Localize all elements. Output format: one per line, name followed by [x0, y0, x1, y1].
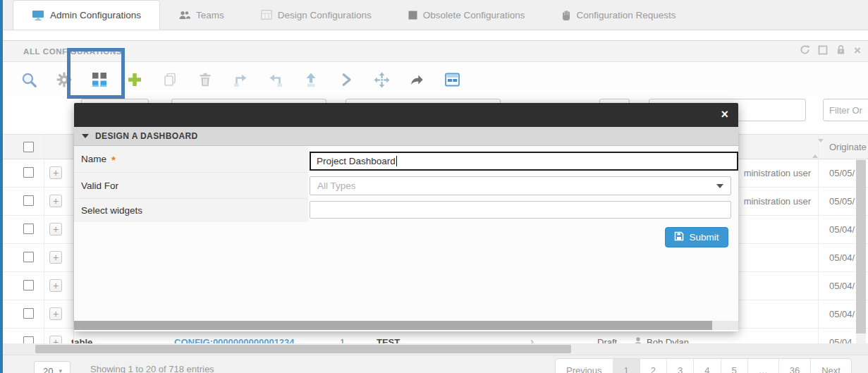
caret-down-icon — [716, 184, 723, 188]
row-checkbox[interactable] — [23, 224, 34, 234]
column-divider — [44, 134, 44, 344]
panel-header: ALL CONFIGURATIONS × — [3, 40, 868, 62]
monitor-icon — [32, 10, 44, 21]
select-widgets-label-cell: Select widgets — [74, 199, 308, 222]
delete-icon[interactable] — [196, 71, 214, 89]
date-cell: 05/04/ — [829, 252, 855, 263]
upload-icon[interactable] — [302, 71, 320, 89]
tab-configuration-requests[interactable]: Configuration Requests — [544, 0, 695, 30]
hand-icon — [562, 10, 571, 20]
name-input[interactable]: Project Dashboard — [310, 152, 738, 171]
valid-for-select[interactable]: All Types — [310, 176, 731, 195]
name-input-value: Project Dashboard — [317, 156, 396, 166]
originator-cell: ministration user — [736, 168, 811, 178]
horizontal-scrollbar-thumb[interactable] — [35, 345, 571, 353]
toolbar — [3, 62, 868, 97]
select-all-checkbox[interactable] — [23, 142, 34, 152]
date-cell: 05/04/ — [829, 281, 855, 291]
page-size-value: 20 — [43, 366, 53, 373]
column-divider — [818, 134, 819, 344]
pagination-next[interactable]: Next — [810, 359, 851, 373]
app-window: Admin Configurations Teams Design Config… — [0, 0, 868, 373]
row-checkbox[interactable] — [23, 195, 34, 206]
pagination-page-2[interactable]: 2 — [640, 359, 666, 373]
sort-icon[interactable] — [812, 142, 818, 155]
tab-label: Design Configurations — [278, 10, 372, 20]
design-dashboard-modal: × DESIGN A DASHBOARD Name * Valid For Se… — [74, 103, 738, 331]
tab-design-configurations[interactable]: Design Configurations — [243, 0, 390, 30]
action-highlight-box — [67, 48, 125, 99]
expand-plus-icon[interactable]: + — [49, 195, 62, 207]
pagination-previous[interactable]: Previous — [556, 359, 613, 373]
pagination: Previous 1 2 3 4 5 … 36 Next — [555, 358, 852, 373]
forward-icon[interactable] — [408, 71, 426, 89]
pagination-page-3[interactable]: 3 — [666, 359, 693, 373]
required-asterisk: * — [111, 154, 116, 166]
search-icon[interactable] — [20, 71, 38, 89]
row-checkbox[interactable] — [23, 252, 34, 262]
expand-plus-icon[interactable]: + — [49, 307, 62, 320]
caret-down-icon: ▾ — [59, 367, 62, 373]
move-icon[interactable] — [372, 71, 391, 89]
expand-icon[interactable] — [337, 71, 355, 89]
pagination-ellipsis: … — [747, 359, 778, 373]
pagination-page-4[interactable]: 4 — [693, 359, 720, 373]
tab-obsolete-configurations[interactable]: Obsolete Configurations — [390, 0, 544, 30]
valid-for-label: Valid For — [81, 181, 118, 191]
panel-window-controls: × — [800, 44, 861, 58]
tab-teams[interactable]: Teams — [160, 0, 243, 30]
expand-plus-icon[interactable]: + — [49, 251, 62, 264]
modal-section-title: DESIGN A DASHBOARD — [95, 131, 198, 141]
date-cell: 05/05/ — [829, 168, 855, 178]
restore-icon[interactable] — [818, 45, 828, 58]
select-widgets-label: Select widgets — [81, 205, 142, 216]
expand-plus-icon[interactable]: + — [49, 223, 62, 236]
modal-scrollbar-thumb[interactable] — [74, 321, 712, 330]
column-header-originated[interactable]: Originate — [829, 142, 867, 152]
row-checkbox[interactable] — [23, 280, 34, 291]
lock-icon[interactable] — [836, 44, 846, 58]
tab-admin-configurations[interactable]: Admin Configurations — [13, 0, 160, 30]
tab-label: Configuration Requests — [577, 10, 676, 20]
name-label-cell: Name * — [74, 146, 308, 173]
table-widget-icon[interactable] — [443, 71, 461, 89]
select-widgets-input[interactable] — [310, 201, 731, 219]
name-label: Name — [81, 154, 106, 164]
date-cell: 05/04/ — [829, 224, 855, 235]
valid-for-placeholder: All Types — [317, 181, 356, 191]
pagination-page-36[interactable]: 36 — [778, 359, 810, 373]
pagination-page-1[interactable]: 1 — [613, 359, 640, 373]
check-in-icon[interactable] — [231, 71, 250, 89]
row-checkbox[interactable] — [23, 167, 34, 178]
modal-section-header[interactable]: DESIGN A DASHBOARD — [74, 127, 738, 146]
square-icon — [408, 11, 417, 20]
expand-plus-icon[interactable]: + — [49, 166, 62, 179]
date-cell: 05/04/ — [829, 309, 855, 319]
showing-entries-text: Showing 1 to 20 of 718 entries — [90, 364, 214, 373]
tab-label: Admin Configurations — [50, 10, 141, 20]
main-tab-bar: Admin Configurations Teams Design Config… — [3, 0, 868, 30]
filter-input-originated[interactable] — [823, 99, 868, 121]
caret-down-icon — [82, 134, 89, 138]
text-cursor — [396, 156, 397, 166]
save-icon — [674, 231, 684, 243]
tab-label: Obsolete Configurations — [423, 10, 525, 20]
add-icon[interactable] — [126, 71, 144, 89]
tab-label: Teams — [196, 10, 224, 20]
close-icon[interactable]: × — [854, 44, 861, 56]
valid-for-label-cell: Valid For — [74, 173, 308, 199]
copy-icon[interactable] — [161, 71, 179, 89]
expand-plus-icon[interactable]: + — [49, 279, 62, 292]
users-icon — [178, 11, 190, 20]
submit-label: Submit — [689, 232, 719, 243]
row-checkbox[interactable] — [23, 308, 34, 319]
submit-button[interactable]: Submit — [665, 227, 728, 247]
page-size-select[interactable]: 20 ▾ — [34, 361, 71, 373]
refresh-icon[interactable] — [800, 44, 810, 58]
date-cell: 05/05/ — [829, 196, 855, 207]
vertical-scrollbar-thumb[interactable] — [856, 160, 866, 334]
check-out-icon[interactable] — [267, 71, 285, 89]
grid-icon — [261, 10, 272, 20]
modal-close-icon[interactable]: × — [721, 108, 728, 121]
pagination-page-5[interactable]: 5 — [721, 359, 747, 373]
